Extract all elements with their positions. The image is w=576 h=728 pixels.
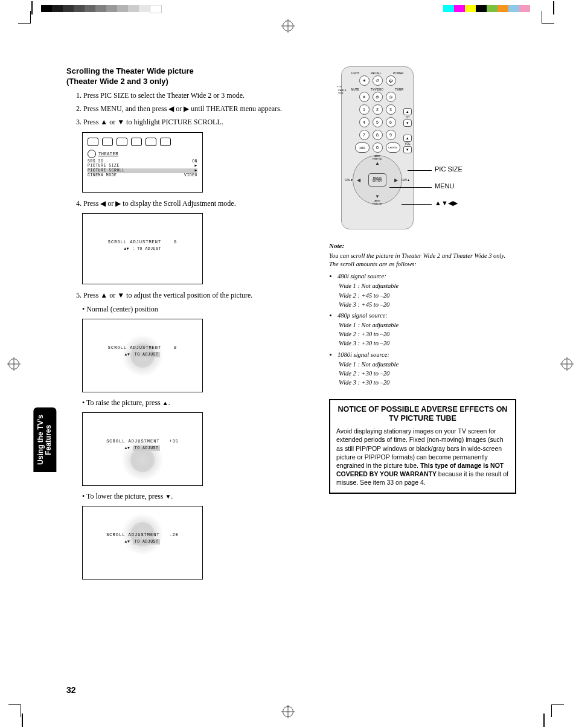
color-bar-left [41, 5, 162, 12]
section-title-1: Scrolling the Theater Wide picture [66, 66, 305, 75]
osd-cinema: CINEMA MODE [88, 173, 117, 178]
osd-scroll-label: SCROLL ADJUSTMENT [108, 345, 161, 350]
section-title-2: (Theater Wide 2 and 3 only) [66, 77, 305, 86]
pointer-line [408, 170, 432, 171]
num-2: 2 [373, 104, 383, 115]
tvvideo-button: ⊕ [373, 92, 383, 102]
osd-theater-label: THEATER [98, 152, 118, 156]
osd-picscroll: PICTURE SCROLL [88, 168, 125, 173]
osd-adjust-label: : TO ADJUST [132, 247, 161, 251]
note-row: Wide 1 : Not adjustable [339, 282, 516, 290]
mute-button: ✕ [359, 92, 370, 102]
color-bar-right [443, 5, 530, 12]
pointer-picsize: PIC SIZE [435, 165, 462, 173]
tab-line2: Features [44, 424, 53, 455]
note-row: Wide 2 : +45 to –20 [339, 292, 516, 300]
note-1080i: 1080i signal source: [338, 351, 389, 358]
num-8: 8 [373, 130, 383, 140]
note-480p: 480p signal source: [338, 312, 388, 319]
chrtn-button: CH RTN [386, 142, 400, 153]
remote-diagram: ▪ TV CABLE VCR LIGHTRECALLPOWER ☀↺⏻ MUTE… [341, 66, 414, 229]
note-480i: 480i signal source: [338, 273, 386, 279]
osd-adjust-label: TO ADJUST [133, 445, 161, 451]
recall-button: ↺ [373, 75, 383, 86]
menu-enter-button: MENU/ ENTER [368, 173, 386, 187]
step-4: Press ◀ or ▶ to display the Scroll Adjus… [83, 199, 305, 208]
arrow-ud-icon: ▲▼ [125, 353, 130, 357]
crop-mark [18, 11, 31, 24]
num-0: 0 [373, 142, 383, 153]
osd-adjust-label: TO ADJUST [133, 352, 161, 357]
tab-line1: Using the TV's [36, 415, 45, 465]
osd-srs3d-val: ON [192, 159, 197, 164]
bullet-raise: • To raise the picture, press ▲. [82, 398, 305, 407]
ch-rocker: ▴CH▾ [403, 108, 412, 127]
note-row: Wide 1 : Not adjustable [339, 360, 516, 369]
step-5: Press ▲ or ▼ to adjust the vertical posi… [83, 290, 305, 300]
osd-val: 0 [174, 345, 177, 350]
vbar [22, 714, 23, 727]
crop-mark [542, 11, 554, 24]
osd-picsize: PICTURE SIZE [88, 164, 120, 168]
osd-scroll-0a: SCROLL ADJUSTMENT 0 ▲▼ : TO ADJUST [82, 213, 203, 284]
arrow-ud-icon: ▲▼ [125, 540, 130, 544]
note-row: Wide 2 : +30 to –20 [339, 330, 516, 339]
chapter-tab: Using the TV's Features [33, 407, 56, 472]
step-3: Press ▲ or ▼ to highlight PICTURE SCROLL… [83, 117, 305, 127]
registration-mark [283, 706, 293, 717]
vbar [543, 714, 545, 727]
arrow-ud-icon: ▲▼ [124, 247, 129, 251]
device-switch: ▪ TV CABLE VCR [337, 85, 346, 95]
arrow-up-icon: ▲ [162, 400, 168, 406]
note-row: Wide 1 : Not adjustable [339, 321, 516, 330]
arrow-down-icon: ▼ [165, 493, 171, 500]
bullet-normal: • Normal (center) position [82, 305, 305, 314]
page-number: 32 [66, 685, 76, 695]
osd-scroll-label: SCROLL ADJUSTMENT [106, 439, 159, 444]
note-title: Note: [329, 241, 516, 251]
step-1: Press PIC SIZE to select the Theater Wid… [83, 91, 305, 100]
note-intro: You can scroll the picture in Theater Wi… [329, 252, 516, 269]
vbar [31, 1, 33, 14]
vbar [553, 1, 554, 14]
osd-scroll-m20: SCROLL ADJUSTMENT –20 ▲▼ TO ADJUST [82, 506, 203, 580]
vol-rocker: ▴VOL▾ [403, 135, 412, 153]
num-9: 9 [386, 130, 396, 140]
registration-mark [283, 21, 293, 31]
osd-scroll-label: SCROLL ADJUSTMENT [106, 532, 159, 537]
osd-adjust-label: TO ADJUST [133, 539, 161, 544]
power-button: ⏻ [386, 75, 396, 86]
bullet-lower: • To lower the picture, press ▼. [82, 492, 305, 501]
note-row: Wide 3 : +30 to –20 [339, 378, 516, 387]
note-row: Wide 2 : +30 to –20 [339, 369, 516, 378]
arrow-ud-icon: ▲▼ [125, 446, 130, 450]
pointer-arrows: ▲▼◀▶ [435, 199, 458, 207]
notice-title: NOTICE OF POSSIBLE ADVERSE EFFECTS ON TV… [330, 400, 515, 427]
note-section: Note: You can scroll the picture in Thea… [329, 241, 516, 387]
osd-val: –20 [169, 532, 179, 537]
osd-scroll-35: SCROLL ADJUSTMENT +35 ▲▼ TO ADJUST [82, 412, 203, 486]
osd-val: +35 [169, 439, 179, 444]
crop-mark [551, 704, 564, 717]
num-3: 3 [386, 104, 396, 115]
arrow-right-icon: ▶ [195, 164, 197, 168]
pointer-line [402, 204, 432, 205]
osd-srs3d: SRS 3D [88, 159, 103, 164]
note-row: Wide 3 : +30 to –20 [339, 339, 516, 348]
num-7: 7 [359, 130, 370, 140]
timer-button: ◷ [386, 92, 396, 102]
osd-val: 0 [174, 240, 177, 244]
num-100: 100 [355, 142, 370, 153]
light-button: ☀ [359, 75, 370, 86]
osd-theater-menu: THEATER SRS 3DON PICTURE SIZE▶ PICTURE S… [82, 132, 203, 193]
dpad: ADV/ POP CH ▲ ▼ ◀ ▶ FAV▼ FAV▲ MENU/ ENTE… [353, 155, 402, 205]
osd-cinema-val: VIDEO [184, 173, 197, 178]
pointer-menu: MENU [435, 182, 454, 190]
num-5: 5 [373, 117, 383, 127]
note-row: Wide 3 : +45 to –20 [339, 301, 516, 309]
crop-mark [8, 704, 21, 717]
osd-scroll-0b: SCROLL ADJUSTMENT 0 ▲▼ TO ADJUST [82, 319, 203, 392]
num-4: 4 [359, 117, 370, 127]
notice-box: NOTICE OF POSSIBLE ADVERSE EFFECTS ON TV… [329, 399, 516, 494]
arrow-right-icon: ▶ [195, 168, 197, 173]
